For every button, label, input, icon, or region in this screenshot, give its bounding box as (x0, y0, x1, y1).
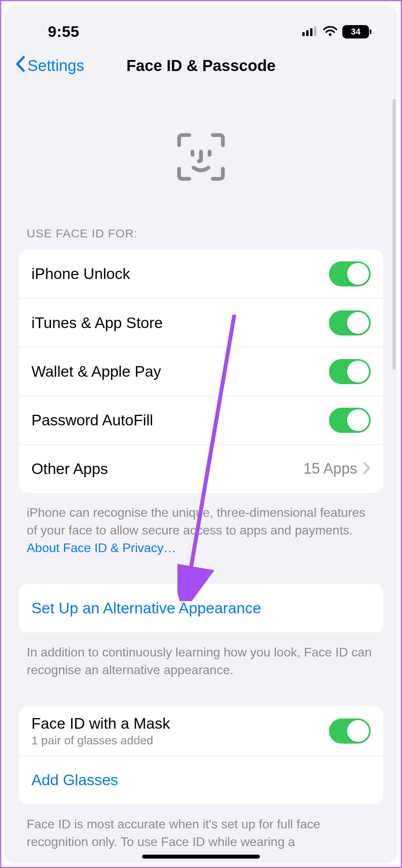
mask-group: Face ID with a Mask 1 pair of glasses ad… (19, 706, 383, 804)
svg-rect-0 (302, 32, 305, 36)
wifi-icon (323, 26, 338, 38)
row-wallet-apple-pay[interactable]: Wallet & Apple Pay (19, 347, 383, 396)
section-header-use-face-id: USE FACE ID FOR: (5, 199, 397, 246)
svg-point-4 (329, 33, 332, 36)
status-time: 9:55 (48, 23, 79, 40)
footer-text-2: In addition to continuously learning how… (5, 633, 397, 679)
row-add-glasses[interactable]: Add Glasses (19, 756, 383, 804)
chevron-left-icon (15, 56, 26, 76)
toggle-wallet[interactable] (329, 359, 371, 384)
back-label: Settings (27, 57, 84, 75)
toggle-autofill[interactable] (329, 408, 371, 433)
row-itunes-app-store[interactable]: iTunes & App Store (19, 298, 383, 347)
row-face-id-mask[interactable]: Face ID with a Mask 1 pair of glasses ad… (19, 706, 383, 756)
page-title: Face ID & Passcode (126, 57, 276, 75)
row-label: Set Up an Alternative Appearance (31, 600, 261, 617)
face-id-icon (5, 83, 397, 199)
toggle-itunes[interactable] (329, 310, 371, 336)
home-indicator[interactable] (142, 855, 260, 859)
chevron-right-icon (363, 461, 371, 476)
row-alt-appearance[interactable]: Set Up an Alternative Appearance (19, 584, 383, 633)
scroll-indicator[interactable] (393, 99, 396, 370)
toggle-iphone-unlock[interactable] (329, 261, 371, 286)
footer-text-3: Face ID is most accurate when it's set u… (5, 804, 397, 851)
battery-icon: 34 (342, 25, 369, 38)
row-subtext: 1 pair of glasses added (31, 734, 170, 747)
row-label: iTunes & App Store (31, 314, 163, 332)
settings-screen: 9:55 34 Settings Face ID & Passcode (5, 5, 397, 863)
face-id-uses-group: iPhone Unlock iTunes & App Store Wallet … (19, 250, 383, 493)
row-label: Wallet & Apple Pay (31, 363, 161, 380)
row-label: Password AutoFill (31, 412, 153, 429)
toggle-face-id-mask[interactable] (329, 718, 371, 744)
back-button[interactable]: Settings (15, 56, 84, 76)
about-face-id-link[interactable]: About Face ID & Privacy… (27, 541, 176, 555)
alt-appearance-group: Set Up an Alternative Appearance (19, 584, 383, 633)
svg-rect-3 (314, 26, 316, 36)
row-label: Face ID with a Mask (31, 715, 170, 732)
row-label: iPhone Unlock (31, 265, 130, 283)
other-apps-count: 15 Apps (303, 460, 357, 477)
cellular-icon (302, 26, 318, 38)
row-password-autofill[interactable]: Password AutoFill (19, 396, 383, 444)
svg-rect-2 (310, 28, 312, 36)
svg-rect-1 (306, 30, 309, 36)
footer-text-1: iPhone can recognise the unique, three-d… (5, 493, 397, 556)
row-other-apps[interactable]: Other Apps 15 Apps (19, 444, 383, 493)
status-bar: 9:55 34 (5, 5, 397, 48)
row-iphone-unlock[interactable]: iPhone Unlock (19, 250, 383, 298)
row-label: Add Glasses (31, 771, 118, 789)
nav-bar: Settings Face ID & Passcode (5, 48, 397, 83)
row-label: Other Apps (31, 460, 108, 478)
